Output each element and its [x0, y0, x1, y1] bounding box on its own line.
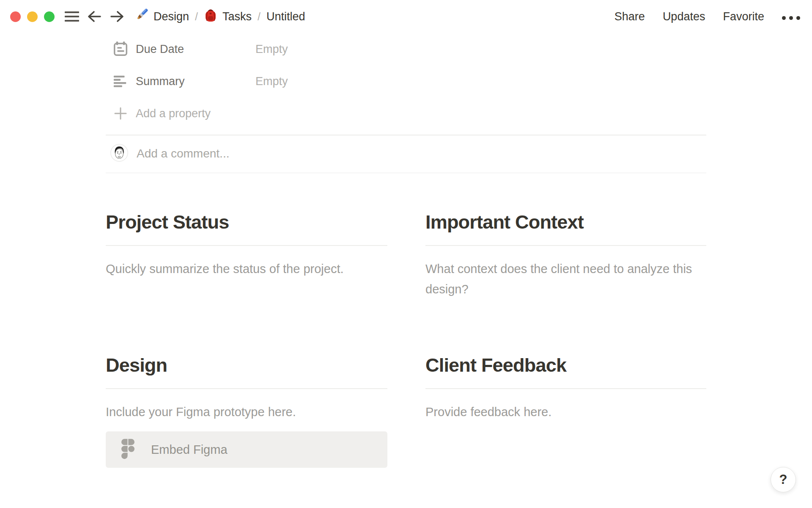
property-value[interactable]: Empty [255, 43, 288, 56]
comment-row[interactable]: Add a comment... [106, 135, 706, 173]
breadcrumb-label: Design [154, 10, 189, 23]
updates-button[interactable]: Updates [663, 10, 705, 23]
add-property-label: Add a property [136, 107, 211, 120]
sections-grid: Project Status Quickly summarize the sta… [106, 210, 706, 468]
page-body: Due Date Empty Summary Empty Add a [106, 33, 706, 468]
topbar-actions: Share Updates Favorite [614, 10, 800, 23]
topbar: Design / Tasks / Untitled Share Updates [0, 0, 812, 33]
section-body-text[interactable]: Include your Figma prototype here. [106, 402, 387, 422]
embed-figma-label: Embed Figma [151, 443, 228, 457]
divider [106, 173, 706, 174]
user-avatar [110, 144, 128, 163]
section-divider [106, 388, 387, 389]
favorite-button[interactable]: Favorite [723, 10, 764, 23]
section-divider [425, 245, 706, 246]
breadcrumb: Design / Tasks / Untitled [134, 8, 305, 25]
paintbrush-icon [134, 8, 148, 25]
add-property-button[interactable]: Add a property [106, 97, 706, 130]
plus-icon [112, 105, 129, 122]
property-label: Summary [136, 75, 255, 88]
question-mark-icon: ? [779, 472, 787, 487]
property-label: Due Date [136, 43, 255, 56]
section-project-status: Project Status Quickly summarize the sta… [106, 210, 387, 299]
ellipsis-icon[interactable] [782, 14, 800, 20]
property-list: Due Date Empty Summary Empty Add a [106, 33, 706, 130]
breadcrumb-label: Tasks [222, 10, 252, 23]
section-divider [106, 245, 387, 246]
breadcrumb-separator: / [195, 11, 198, 23]
breadcrumb-item-design[interactable]: Design [134, 8, 189, 25]
minimize-window-button[interactable] [27, 11, 38, 22]
section-title: Design [106, 353, 387, 377]
section-divider [425, 388, 706, 389]
breadcrumb-separator: / [258, 11, 261, 23]
breadcrumb-item-tasks[interactable]: Tasks [204, 8, 252, 25]
section-important-context: Important Context What context does the … [425, 210, 706, 299]
window-controls [10, 11, 55, 22]
breadcrumb-label: Untitled [266, 10, 305, 23]
calendar-icon [112, 41, 129, 58]
figma-icon [121, 439, 135, 461]
section-title: Client Feedback [425, 353, 706, 377]
embed-figma-button[interactable]: Embed Figma [106, 431, 387, 468]
text-align-left-icon [112, 73, 129, 90]
section-body-text[interactable]: What context does the client need to ana… [425, 259, 706, 299]
property-row-summary[interactable]: Summary Empty [106, 65, 706, 97]
back-arrow-icon[interactable] [87, 10, 102, 23]
section-title: Important Context [425, 210, 706, 234]
help-button[interactable]: ? [771, 467, 796, 492]
section-body-text[interactable]: Quickly summarize the status of the proj… [106, 259, 387, 279]
backpack-icon [204, 8, 217, 25]
menu-icon[interactable] [65, 11, 79, 22]
close-window-button[interactable] [10, 11, 21, 22]
section-title: Project Status [106, 210, 387, 234]
property-row-due-date[interactable]: Due Date Empty [106, 33, 706, 65]
share-button[interactable]: Share [614, 10, 645, 23]
breadcrumb-item-untitled[interactable]: Untitled [266, 10, 305, 23]
section-design: Design Include your Figma prototype here… [106, 353, 387, 468]
forward-arrow-icon[interactable] [110, 10, 125, 23]
zoom-window-button[interactable] [44, 11, 55, 22]
property-value[interactable]: Empty [255, 75, 288, 88]
section-client-feedback: Client Feedback Provide feedback here. [425, 353, 706, 468]
add-comment-input[interactable]: Add a comment... [137, 147, 229, 160]
section-body-text[interactable]: Provide feedback here. [425, 402, 706, 422]
